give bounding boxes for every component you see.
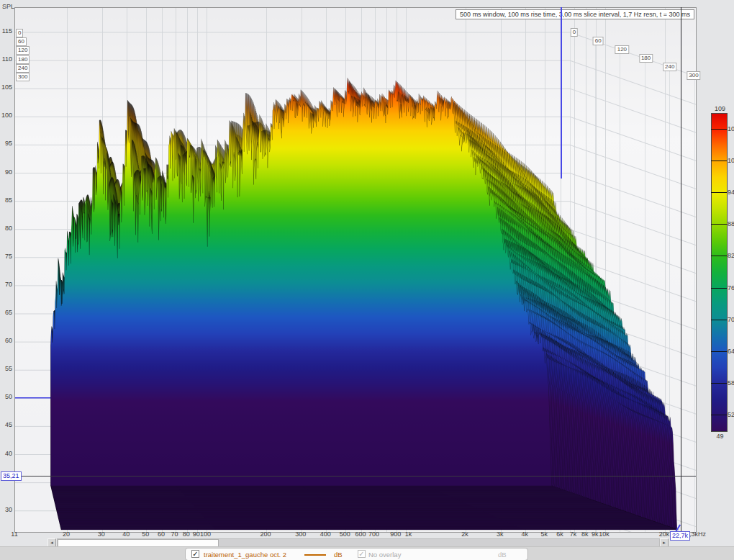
colorbar-tick-label: 88	[728, 220, 734, 227]
spl-axis-title: SPL	[2, 3, 14, 10]
spl-tick-label: 30	[0, 506, 12, 513]
colorbar-tick-label: 58	[728, 379, 734, 387]
time-tick-label-left: 120	[16, 46, 30, 55]
no-overlay-label: No overlay	[368, 551, 401, 559]
waterfall-plot-panel: 500 ms window, 100 ms rise time, 3,00 ms…	[14, 7, 697, 533]
time-tick-label-right: 120	[615, 45, 629, 54]
spl-tick-label: 95	[0, 140, 12, 147]
overlay-unit: dB	[498, 551, 507, 559]
time-tick-label-right: 60	[593, 37, 604, 45]
colorbar-tick-label: 82	[728, 252, 734, 259]
colorbar-max-label: 109	[704, 105, 734, 112]
analysis-info-box: 500 ms window, 100 ms rise time, 3,00 ms…	[456, 9, 694, 19]
time-tick-label-left: 60	[16, 37, 27, 46]
spl-tick-label: 65	[0, 309, 12, 316]
spl-cursor-line[interactable]	[14, 476, 696, 477]
spl-tick-label: 50	[0, 393, 12, 400]
time-tick-label-left: 240	[16, 64, 30, 73]
measurement-trace-swatch	[304, 554, 326, 556]
colorbar-tick-label: 52	[728, 411, 734, 418]
time-tick-label-right: 240	[663, 63, 676, 71]
spl-tick-label: 55	[0, 365, 12, 372]
freq-cursor-readout: 22,7k	[670, 531, 690, 541]
colorbar-tick-line	[711, 161, 727, 161]
spl-tick-label: 105	[0, 83, 12, 91]
spl-tick-label: 100	[0, 112, 12, 119]
spl-tick-label: 115	[0, 27, 12, 35]
spl-tick-label: 60	[0, 337, 12, 344]
spl-tick-label: 85	[0, 197, 12, 204]
time-tick-label-right: 300	[687, 71, 700, 80]
spl-tick-label: 40	[0, 450, 12, 457]
measurement-legend[interactable]: ✓ traitement_1_gauche oct. 2 dB ✓ No ove…	[185, 548, 528, 560]
measurement-name: traitement_1_gauche oct. 2	[204, 551, 286, 559]
time-tick-label-right: 180	[639, 54, 653, 63]
time-tick-label-right: 0	[571, 28, 578, 37]
spl-tick-label: 70	[0, 281, 12, 288]
measurement-checkbox[interactable]: ✓	[191, 550, 199, 558]
spl-cursor-readout: 35,21	[1, 471, 22, 481]
spl-tick-label: 75	[0, 253, 12, 260]
colorbar-tick-label: 64	[728, 348, 734, 355]
colorbar-tick-line	[711, 415, 727, 415]
spl-tick-label: 110	[0, 55, 12, 63]
time-slider-line[interactable]	[561, 7, 562, 179]
time-tick-label-left: 300	[16, 73, 30, 81]
spl-tick-label: 90	[0, 168, 12, 176]
colorbar-tick-label: 106	[728, 125, 734, 132]
colorbar-tick-line	[711, 320, 727, 320]
colorbar-tick-line	[711, 383, 727, 384]
rew-waterfall-window: SPL 500 ms window, 100 ms rise time, 3,0…	[0, 0, 734, 560]
freq-cursor-line[interactable]	[681, 7, 681, 531]
spl-tick-label: 45	[0, 421, 12, 428]
colorbar-tick-label: 76	[728, 284, 734, 292]
time-tick-label-left: 0	[16, 29, 23, 37]
measurement-unit: dB	[334, 551, 343, 559]
colorbar-min-label: 49	[704, 433, 734, 440]
spl-tick-label: 80	[0, 225, 12, 232]
colorbar-tick-line	[711, 129, 727, 130]
colorbar-tick-line	[711, 256, 727, 256]
colorbar-tick-line	[711, 224, 727, 225]
waterfall-plot-canvas[interactable]	[15, 8, 696, 532]
legend-bar: ✓ traitement_1_gauche oct. 2 dB ✓ No ove…	[0, 546, 734, 560]
colorbar-tick-label: 70	[728, 316, 734, 323]
colorbar-tick-label: 100	[728, 157, 734, 164]
colorbar-tick-line	[711, 192, 727, 193]
no-overlay-checkbox[interactable]: ✓	[358, 550, 366, 558]
colorbar-tick-line	[711, 351, 727, 352]
colorbar-tick-label: 94	[728, 189, 734, 196]
colorbar-tick-line	[711, 288, 727, 289]
time-tick-label-left: 180	[16, 55, 30, 64]
